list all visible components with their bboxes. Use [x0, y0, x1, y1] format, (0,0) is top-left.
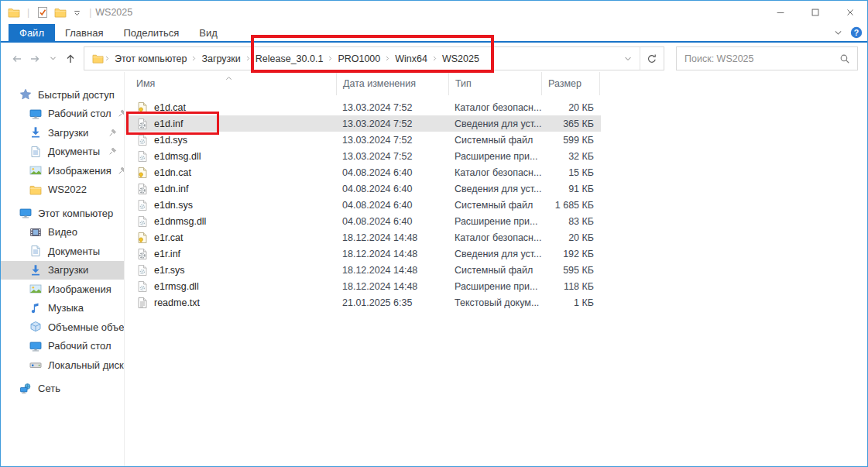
file-name-cell: e1d.sys — [125, 134, 336, 146]
sidebar-item-local-disk[interactable]: Локальный диск (C — [1, 355, 124, 375]
new-folder-icon[interactable] — [54, 6, 67, 19]
file-name-cell: e1dn.sys — [125, 199, 336, 211]
search-button[interactable] — [832, 53, 857, 64]
window-folder-icon[interactable] — [8, 6, 20, 19]
chevron-right-icon[interactable] — [327, 55, 334, 62]
column-headers: Имя Дата изменения Тип Размер — [125, 72, 867, 95]
file-name-cell: e1dn.cat — [125, 167, 336, 179]
minimize-icon — [775, 7, 786, 18]
sys-file-icon — [136, 199, 149, 211]
file-modified-cell: 21.01.2025 6:35 — [336, 297, 448, 308]
inf-file-icon — [136, 248, 149, 260]
sort-ascending-icon — [225, 74, 233, 81]
breadcrumb-winx64[interactable]: Winx64 — [391, 53, 431, 64]
file-name-cell: e1r.inf — [125, 248, 336, 260]
collapse-ribbon-chevron-icon[interactable] — [833, 28, 843, 38]
back-button[interactable] — [9, 50, 25, 68]
sidebar-section-network[interactable]: Сеть — [1, 379, 124, 399]
file-type-cell: Сведения для уст... — [448, 249, 541, 259]
file-name-cell: e1dmsg.dll — [125, 150, 336, 163]
breadcrumb-ws2025[interactable]: WS2025 — [438, 53, 483, 64]
disk-icon — [29, 359, 42, 371]
table-row[interactable]: e1d.cat 13.03.2024 7:52 Каталог безопасн… — [125, 99, 601, 115]
file-list: Имя Дата изменения Тип Размер e1d.cat 13… — [125, 72, 867, 466]
breadcrumb-downloads[interactable]: Загрузки — [197, 53, 244, 64]
sidebar-item-ws2022[interactable]: WS2022 — [1, 180, 124, 200]
table-row[interactable]: e1dn.inf 04.08.2024 6:40 Сведения для ус… — [125, 180, 601, 197]
sidebar-section-quick-access[interactable]: Быстрый доступ — [1, 85, 124, 105]
sidebar-item-pictures-pinned[interactable]: Изображения — [1, 161, 124, 180]
qat-dropdown-icon[interactable] — [72, 8, 82, 18]
table-row[interactable]: e1r.inf 18.12.2024 14:48 Сведения для ус… — [125, 246, 601, 262]
chevron-right-icon[interactable] — [104, 55, 111, 62]
explorer-window: | | WS2025 Файл Главная Поделиться Вид — [0, 0, 868, 467]
sidebar-item-3d-objects[interactable]: Объемные объекты — [1, 318, 124, 337]
pictures-icon — [29, 283, 42, 295]
column-header-size[interactable]: Размер — [541, 72, 600, 95]
chevron-right-icon[interactable] — [245, 55, 252, 62]
table-row[interactable]: e1dnmsg.dll 04.08.2024 6:40 Расширение п… — [125, 213, 601, 229]
documents-icon — [29, 146, 42, 158]
help-icon[interactable] — [850, 26, 863, 39]
table-row[interactable]: e1dn.cat 04.08.2024 6:40 Каталог безопас… — [125, 164, 601, 180]
table-row[interactable]: e1r.cat 18.12.2024 14:48 Каталог безопас… — [125, 229, 601, 246]
window-title: WS2025 — [95, 7, 132, 18]
sidebar-item-desktop[interactable]: Рабочий стол — [1, 105, 124, 124]
table-row[interactable]: readme.txt 21.01.2025 6:35 Текстовый док… — [125, 294, 601, 311]
sidebar-section-label: Быстрый доступ — [38, 89, 115, 101]
sidebar-item-documents[interactable]: Документы — [1, 242, 124, 261]
recent-locations-button[interactable] — [45, 50, 60, 68]
pin-icon[interactable] — [108, 129, 117, 137]
pin-icon[interactable] — [108, 147, 117, 156]
sidebar-item-music[interactable]: Музыка — [1, 299, 124, 318]
column-header-date-modified[interactable]: Дата изменения — [336, 72, 448, 95]
breadcrumb[interactable]: Этот компьютер Загрузки Release_30.0.1 P… — [84, 46, 664, 70]
tab-home[interactable]: Главная — [55, 24, 113, 41]
table-row[interactable]: e1r.sys 18.12.2024 14:48 Системный файл … — [125, 262, 601, 278]
sidebar-item-pictures[interactable]: Изображения — [1, 280, 124, 299]
up-button[interactable] — [63, 50, 78, 68]
sidebar-item-documents-pinned[interactable]: Документы — [1, 143, 124, 162]
sidebar-item-label: Локальный диск (C — [48, 359, 125, 371]
chevron-right-icon[interactable] — [190, 55, 197, 62]
chevron-right-icon[interactable] — [384, 55, 391, 62]
breadcrumb-this-pc[interactable]: Этот компьютер — [111, 53, 190, 64]
search-input[interactable] — [677, 53, 832, 64]
column-header-type[interactable]: Тип — [448, 72, 541, 95]
sidebar-item-desktop-pc[interactable]: Рабочий стол — [1, 337, 124, 356]
table-row[interactable]: e1dn.sys 04.08.2024 6:40 Системный файл … — [125, 197, 601, 213]
table-row-selected[interactable]: e1d.inf 13.03.2024 7:52 Сведения для уст… — [125, 115, 601, 132]
file-name-cell: e1d.cat — [125, 101, 336, 114]
breadcrumb-release[interactable]: Release_30.0.1 — [252, 53, 328, 64]
breadcrumb-pro1000[interactable]: PRO1000 — [334, 53, 384, 64]
pin-icon[interactable] — [118, 109, 125, 118]
sidebar-item-downloads-pinned[interactable]: Загрузки — [1, 123, 124, 143]
tab-view[interactable]: Вид — [189, 24, 228, 41]
file-size-cell: 192 КБ — [541, 249, 600, 259]
sidebar-section-this-pc[interactable]: Этот компьютер — [1, 204, 124, 223]
sidebar-item-videos[interactable]: Видео — [1, 223, 124, 242]
address-dropdown-button[interactable] — [616, 54, 640, 64]
maximize-button[interactable] — [798, 1, 832, 24]
minimize-button[interactable] — [763, 1, 798, 24]
sidebar-item-label: Документы — [48, 246, 100, 257]
refresh-button[interactable] — [640, 47, 664, 70]
tab-file[interactable]: Файл — [9, 24, 55, 41]
inf-file-icon — [136, 183, 149, 195]
table-row[interactable]: e1d.sys 13.03.2024 7:52 Системный файл 5… — [125, 132, 601, 148]
file-size-cell: 32 КБ — [541, 151, 600, 162]
file-name-cell: e1rmsg.dll — [125, 280, 336, 293]
close-button[interactable] — [832, 1, 867, 24]
titlebar-separator: | — [87, 7, 93, 18]
forward-button[interactable] — [27, 50, 43, 68]
page-check-icon[interactable] — [36, 6, 49, 19]
pin-icon[interactable] — [118, 167, 125, 175]
folder-icon[interactable] — [92, 53, 104, 64]
sidebar-item-downloads[interactable]: Загрузки — [1, 261, 124, 280]
sidebar-item-label: Изображения — [48, 283, 112, 295]
table-row[interactable]: e1rmsg.dll 18.12.2024 14:48 Расширение п… — [125, 278, 601, 294]
table-row[interactable]: e1dmsg.dll 13.03.2024 7:52 Расширение пр… — [125, 148, 601, 164]
tab-share[interactable]: Поделиться — [113, 24, 189, 41]
file-name-cell: e1dn.inf — [125, 183, 336, 195]
chevron-right-icon[interactable] — [431, 55, 438, 62]
